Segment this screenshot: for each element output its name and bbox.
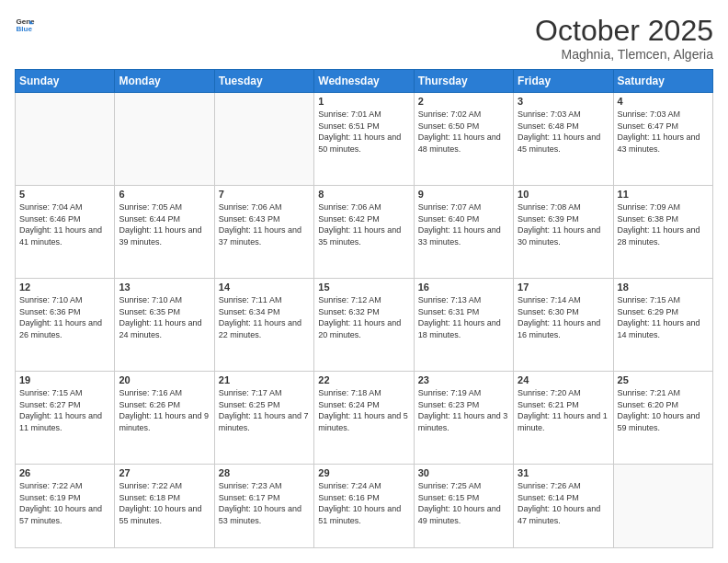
calendar-week-row: 1Sunrise: 7:01 AM Sunset: 6:51 PM Daylig…	[16, 93, 713, 186]
day-info: Sunrise: 7:06 AM Sunset: 6:42 PM Dayligh…	[318, 201, 409, 247]
table-row: 5Sunrise: 7:04 AM Sunset: 6:46 PM Daylig…	[16, 186, 115, 279]
page: General Blue October 2025 Maghnia, Tlemc…	[0, 0, 728, 563]
day-info: Sunrise: 7:17 AM Sunset: 6:25 PM Dayligh…	[219, 387, 310, 433]
day-info: Sunrise: 7:08 AM Sunset: 6:39 PM Dayligh…	[518, 201, 609, 247]
table-row: 28Sunrise: 7:23 AM Sunset: 6:17 PM Dayli…	[214, 465, 313, 548]
table-row: 20Sunrise: 7:16 AM Sunset: 6:26 PM Dayli…	[115, 372, 214, 465]
day-info: Sunrise: 7:10 AM Sunset: 6:36 PM Dayligh…	[19, 294, 110, 340]
day-info: Sunrise: 7:26 AM Sunset: 6:14 PM Dayligh…	[518, 480, 609, 526]
day-info: Sunrise: 7:23 AM Sunset: 6:17 PM Dayligh…	[219, 480, 310, 526]
table-row: 9Sunrise: 7:07 AM Sunset: 6:40 PM Daylig…	[414, 186, 513, 279]
table-row: 15Sunrise: 7:12 AM Sunset: 6:32 PM Dayli…	[314, 279, 414, 372]
day-info: Sunrise: 7:15 AM Sunset: 6:27 PM Dayligh…	[19, 387, 110, 433]
table-row: 21Sunrise: 7:17 AM Sunset: 6:25 PM Dayli…	[214, 372, 313, 465]
col-sunday: Sunday	[16, 70, 115, 93]
table-row: 1Sunrise: 7:01 AM Sunset: 6:51 PM Daylig…	[314, 93, 414, 186]
day-number: 13	[119, 282, 210, 293]
table-row	[115, 93, 214, 186]
day-number: 18	[618, 282, 709, 293]
calendar-week-row: 12Sunrise: 7:10 AM Sunset: 6:36 PM Dayli…	[16, 279, 713, 372]
day-info: Sunrise: 7:02 AM Sunset: 6:50 PM Dayligh…	[418, 109, 509, 155]
logo-icon: General Blue	[15, 15, 35, 35]
table-row: 29Sunrise: 7:24 AM Sunset: 6:16 PM Dayli…	[314, 465, 414, 548]
day-info: Sunrise: 7:14 AM Sunset: 6:30 PM Dayligh…	[518, 294, 609, 340]
day-info: Sunrise: 7:20 AM Sunset: 6:21 PM Dayligh…	[518, 387, 609, 433]
col-saturday: Saturday	[613, 70, 712, 93]
day-number: 20	[119, 374, 210, 385]
month-title: October 2025	[535, 15, 713, 47]
day-number: 25	[618, 374, 709, 385]
day-number: 17	[518, 282, 609, 293]
day-number: 7	[219, 189, 310, 200]
table-row: 30Sunrise: 7:25 AM Sunset: 6:15 PM Dayli…	[414, 465, 513, 548]
calendar-table: Sunday Monday Tuesday Wednesday Thursday…	[15, 69, 713, 548]
calendar-week-row: 19Sunrise: 7:15 AM Sunset: 6:27 PM Dayli…	[16, 372, 713, 465]
table-row: 12Sunrise: 7:10 AM Sunset: 6:36 PM Dayli…	[16, 279, 115, 372]
day-number: 29	[318, 467, 409, 478]
table-row: 13Sunrise: 7:10 AM Sunset: 6:35 PM Dayli…	[115, 279, 214, 372]
day-info: Sunrise: 7:18 AM Sunset: 6:24 PM Dayligh…	[318, 387, 409, 433]
table-row	[214, 93, 313, 186]
day-info: Sunrise: 7:16 AM Sunset: 6:26 PM Dayligh…	[119, 387, 210, 433]
day-info: Sunrise: 7:09 AM Sunset: 6:38 PM Dayligh…	[618, 201, 709, 247]
table-row	[16, 93, 115, 186]
table-row	[613, 465, 712, 548]
table-row: 24Sunrise: 7:20 AM Sunset: 6:21 PM Dayli…	[514, 372, 613, 465]
table-row: 23Sunrise: 7:19 AM Sunset: 6:23 PM Dayli…	[414, 372, 513, 465]
col-friday: Friday	[514, 70, 613, 93]
day-info: Sunrise: 7:13 AM Sunset: 6:31 PM Dayligh…	[418, 294, 509, 340]
day-number: 31	[518, 467, 609, 478]
day-number: 5	[19, 189, 110, 200]
col-wednesday: Wednesday	[314, 70, 414, 93]
table-row: 16Sunrise: 7:13 AM Sunset: 6:31 PM Dayli…	[414, 279, 513, 372]
table-row: 31Sunrise: 7:26 AM Sunset: 6:14 PM Dayli…	[514, 465, 613, 548]
day-number: 15	[318, 282, 409, 293]
col-thursday: Thursday	[414, 70, 513, 93]
day-number: 1	[318, 96, 409, 107]
day-info: Sunrise: 7:07 AM Sunset: 6:40 PM Dayligh…	[418, 201, 509, 247]
table-row: 18Sunrise: 7:15 AM Sunset: 6:29 PM Dayli…	[613, 279, 712, 372]
table-row: 3Sunrise: 7:03 AM Sunset: 6:48 PM Daylig…	[514, 93, 613, 186]
day-info: Sunrise: 7:15 AM Sunset: 6:29 PM Dayligh…	[618, 294, 709, 340]
day-info: Sunrise: 7:19 AM Sunset: 6:23 PM Dayligh…	[418, 387, 509, 433]
day-number: 9	[418, 189, 509, 200]
table-row: 26Sunrise: 7:22 AM Sunset: 6:19 PM Dayli…	[16, 465, 115, 548]
logo: General Blue	[15, 15, 35, 35]
table-row: 4Sunrise: 7:03 AM Sunset: 6:47 PM Daylig…	[613, 93, 712, 186]
col-tuesday: Tuesday	[214, 70, 313, 93]
table-row: 27Sunrise: 7:22 AM Sunset: 6:18 PM Dayli…	[115, 465, 214, 548]
header: General Blue October 2025 Maghnia, Tlemc…	[15, 15, 713, 62]
day-number: 12	[19, 282, 110, 293]
day-number: 14	[219, 282, 310, 293]
col-monday: Monday	[115, 70, 214, 93]
day-number: 2	[418, 96, 509, 107]
day-number: 4	[618, 96, 709, 107]
day-info: Sunrise: 7:25 AM Sunset: 6:15 PM Dayligh…	[418, 480, 509, 526]
day-number: 24	[518, 374, 609, 385]
day-number: 28	[219, 467, 310, 478]
calendar-header-row: Sunday Monday Tuesday Wednesday Thursday…	[16, 70, 713, 93]
day-info: Sunrise: 7:21 AM Sunset: 6:20 PM Dayligh…	[618, 387, 709, 433]
day-number: 11	[618, 189, 709, 200]
table-row: 14Sunrise: 7:11 AM Sunset: 6:34 PM Dayli…	[214, 279, 313, 372]
day-number: 22	[318, 374, 409, 385]
table-row: 25Sunrise: 7:21 AM Sunset: 6:20 PM Dayli…	[613, 372, 712, 465]
day-info: Sunrise: 7:11 AM Sunset: 6:34 PM Dayligh…	[219, 294, 310, 340]
table-row: 7Sunrise: 7:06 AM Sunset: 6:43 PM Daylig…	[214, 186, 313, 279]
day-info: Sunrise: 7:05 AM Sunset: 6:44 PM Dayligh…	[119, 201, 210, 247]
day-info: Sunrise: 7:03 AM Sunset: 6:47 PM Dayligh…	[618, 109, 709, 155]
day-info: Sunrise: 7:04 AM Sunset: 6:46 PM Dayligh…	[19, 201, 110, 247]
day-number: 27	[119, 467, 210, 478]
day-info: Sunrise: 7:12 AM Sunset: 6:32 PM Dayligh…	[318, 294, 409, 340]
day-number: 16	[418, 282, 509, 293]
day-number: 10	[518, 189, 609, 200]
calendar-week-row: 26Sunrise: 7:22 AM Sunset: 6:19 PM Dayli…	[16, 465, 713, 548]
day-info: Sunrise: 7:22 AM Sunset: 6:18 PM Dayligh…	[119, 480, 210, 526]
table-row: 19Sunrise: 7:15 AM Sunset: 6:27 PM Dayli…	[16, 372, 115, 465]
table-row: 17Sunrise: 7:14 AM Sunset: 6:30 PM Dayli…	[514, 279, 613, 372]
day-info: Sunrise: 7:06 AM Sunset: 6:43 PM Dayligh…	[219, 201, 310, 247]
table-row: 8Sunrise: 7:06 AM Sunset: 6:42 PM Daylig…	[314, 186, 414, 279]
day-number: 3	[518, 96, 609, 107]
day-number: 6	[119, 189, 210, 200]
day-info: Sunrise: 7:01 AM Sunset: 6:51 PM Dayligh…	[318, 109, 409, 155]
